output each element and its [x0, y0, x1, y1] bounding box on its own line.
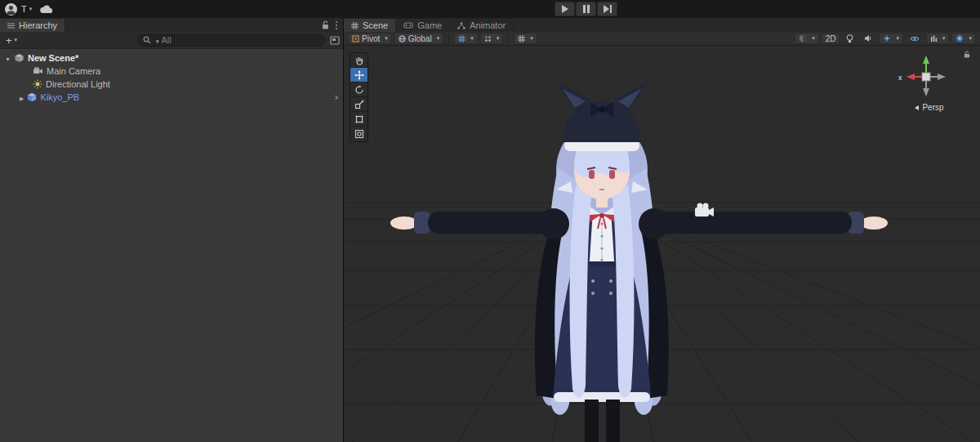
increment-snap-dropdown[interactable] [480, 33, 504, 44]
open-prefab-arrow-icon[interactable]: › [335, 91, 338, 104]
account-initial: T [21, 4, 27, 14]
transform-tool-icon [354, 129, 364, 139]
rect-tool-icon [354, 114, 364, 124]
scene-view-toolbar: Pivot Global 2D [344, 32, 980, 46]
scene-viewport[interactable]: x Persp [344, 46, 980, 442]
shaded-sphere-icon [799, 34, 807, 42]
prefab-cube-icon [27, 92, 37, 102]
hierarchy-item-kikyo-pb[interactable]: Kikyo_PB › [0, 91, 343, 104]
hierarchy-tree: New Scene* Main Camera Directional Light [0, 49, 343, 442]
step-icon [604, 5, 612, 13]
pivot-icon [352, 35, 359, 42]
move-tool-button[interactable] [350, 68, 368, 83]
account-avatar-icon[interactable] [5, 3, 17, 16]
play-controls [555, 2, 617, 16]
pivot-dropdown[interactable]: Pivot [348, 33, 392, 44]
account-dropdown[interactable]: T [21, 4, 32, 14]
play-button[interactable] [555, 2, 575, 16]
hierarchy-item-directional-light[interactable]: Directional Light [0, 78, 343, 91]
tab-game-label: Game [417, 20, 442, 30]
component-filter-dropdown[interactable] [926, 33, 950, 44]
effects-dropdown[interactable] [879, 33, 903, 44]
grid-snap-dropdown[interactable] [454, 33, 478, 44]
lighting-toggle-button[interactable] [842, 33, 858, 44]
toolbar-separator [508, 34, 509, 43]
move-tool-icon [354, 70, 364, 80]
scene-name-label: New Scene* [28, 53, 78, 63]
camera-gizmo-sprite [695, 203, 714, 217]
tab-hierarchy[interactable]: Hierarchy [0, 18, 65, 32]
scene-orientation-gizmo[interactable]: x Persp [892, 52, 967, 112]
projection-mode-label[interactable]: Persp [915, 103, 943, 112]
search-icon [143, 36, 151, 44]
transform-tool-button[interactable] [350, 127, 368, 141]
scene-tools-overlay [350, 52, 368, 142]
foldout-closed-icon[interactable] [20, 92, 24, 102]
rotate-tool-button[interactable] [350, 83, 368, 97]
add-object-label: + [6, 34, 12, 47]
pivot-label: Pivot [362, 34, 380, 43]
pause-icon [583, 5, 590, 13]
effects-sparkle-icon [883, 34, 891, 42]
hierarchy-item-main-camera[interactable]: Main Camera [0, 65, 343, 78]
animator-icon [457, 22, 466, 29]
directional-light-label: Directional Light [46, 79, 110, 89]
panel-options-icon[interactable] [336, 21, 337, 29]
axis-gizmo-icon[interactable]: x [892, 52, 960, 101]
tab-scene[interactable]: Scene [344, 18, 396, 32]
scale-tool-button[interactable] [350, 97, 368, 112]
tabstrip-spacer [514, 18, 980, 32]
tab-animator-label: Animator [470, 20, 506, 30]
orientation-dropdown[interactable]: Global [394, 33, 443, 44]
2d-toggle-button[interactable]: 2D [822, 33, 840, 44]
grid-snap-icon [458, 35, 466, 42]
tab-animator[interactable]: Animator [450, 18, 514, 32]
tab-scene-label: Scene [363, 20, 388, 30]
add-object-button[interactable]: + [3, 34, 20, 47]
person-icon [5, 3, 17, 16]
eye-icon [910, 35, 920, 42]
panel-menu-icon [7, 23, 15, 29]
pause-button[interactable] [576, 2, 596, 16]
kikyo-pb-label: Kikyo_PB [40, 92, 79, 102]
search-filter-caret-icon[interactable] [154, 35, 159, 45]
picker-window-icon[interactable] [330, 36, 340, 45]
camera-settings-icon [956, 34, 964, 42]
gizmo-lock-icon[interactable] [964, 51, 970, 58]
hand-tool-icon [354, 56, 364, 65]
character-model[interactable] [344, 46, 980, 442]
hierarchy-search-input[interactable] [162, 35, 319, 45]
lock-icon[interactable] [322, 20, 329, 29]
tab-game[interactable]: Game [396, 18, 450, 32]
hierarchy-search[interactable] [137, 34, 325, 47]
orientation-label: Global [408, 34, 432, 43]
scene-tabstrip: Scene Game Animator [344, 18, 980, 32]
draw-mode-dropdown[interactable] [795, 33, 819, 44]
gamepad-icon [403, 22, 413, 29]
rotate-tool-icon [354, 85, 364, 95]
tab-hierarchy-label: Hierarchy [19, 20, 57, 30]
rect-tool-button[interactable] [350, 112, 368, 127]
tabstrip-spacer [65, 18, 316, 32]
cloud-icon[interactable] [39, 4, 54, 14]
toolbar-separator [448, 34, 449, 43]
light-icon [33, 79, 42, 89]
camera-settings-dropdown[interactable] [951, 33, 976, 44]
x-axis-label: x [898, 74, 902, 82]
main-camera-label: Main Camera [47, 66, 100, 76]
scene-visibility-toggle[interactable] [906, 33, 924, 44]
snap-settings-dropdown[interactable] [514, 33, 537, 44]
lightbulb-icon [846, 34, 853, 43]
camera-icon [33, 67, 43, 75]
speaker-icon [864, 34, 872, 42]
hierarchy-item-scene[interactable]: New Scene* [0, 51, 343, 65]
foldout-open-icon[interactable] [5, 53, 11, 63]
play-icon [562, 5, 568, 13]
hierarchy-panel: Hierarchy + [0, 18, 344, 442]
audio-toggle-button[interactable] [860, 33, 876, 44]
hand-tool-button[interactable] [350, 53, 368, 68]
unity-top-toolbar: T [0, 0, 980, 18]
step-button[interactable] [597, 2, 617, 16]
hierarchy-toolbar: + [0, 32, 343, 49]
globe-icon [399, 35, 406, 42]
